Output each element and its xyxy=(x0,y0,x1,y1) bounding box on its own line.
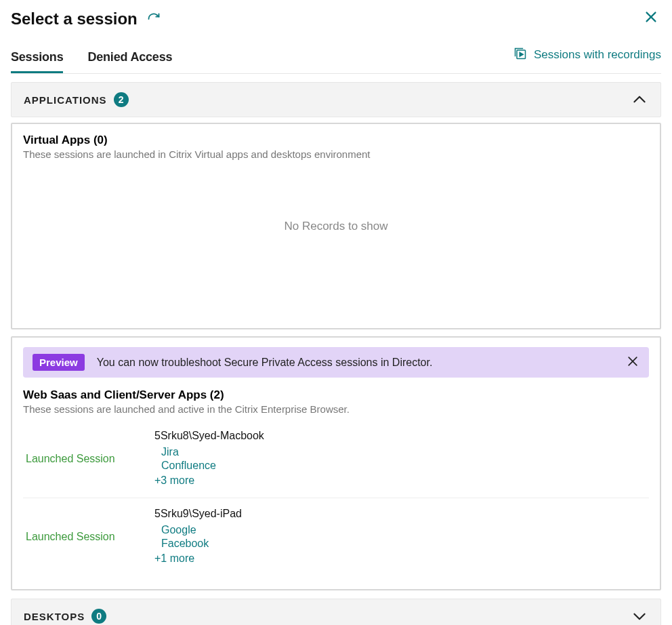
applications-count-badge: 2 xyxy=(114,92,129,107)
tab-sessions[interactable]: Sessions xyxy=(11,43,63,73)
virtual-apps-empty-message: No Records to show xyxy=(23,165,649,315)
preview-pill: Preview xyxy=(33,354,85,371)
virtual-apps-card: Virtual Apps (0) These sessions are laun… xyxy=(11,123,661,329)
svg-marker-3 xyxy=(520,52,523,56)
session-device: 5Srku8\Syed-Macbook xyxy=(154,430,646,442)
applications-accordion-header[interactable]: APPLICATIONS 2 xyxy=(11,82,661,117)
preview-banner-text: You can now troubleshoot Secure Private … xyxy=(97,357,433,369)
preview-banner: Preview You can now troubleshoot Secure … xyxy=(23,347,649,378)
recordings-link-label: Sessions with recordings xyxy=(534,48,661,62)
app-link[interactable]: Google xyxy=(161,524,646,536)
chevron-down-icon xyxy=(631,607,648,625)
web-saas-card: Preview You can now troubleshoot Secure … xyxy=(11,336,661,590)
session-status: Launched Session xyxy=(26,430,154,487)
virtual-apps-title: Virtual Apps (0) xyxy=(23,134,649,147)
chevron-up-icon xyxy=(631,91,648,108)
tabs-bar: Sessions Denied Access Sessions with rec… xyxy=(11,43,661,74)
play-collection-icon xyxy=(513,47,527,64)
app-link[interactable]: Jira xyxy=(161,446,646,458)
refresh-icon[interactable] xyxy=(147,12,161,26)
virtual-apps-subtitle: These sessions are launched in Citrix Vi… xyxy=(23,148,649,160)
preview-close-icon[interactable] xyxy=(626,355,639,371)
session-row[interactable]: Launched Session 5Srku8\Syed-Macbook Jir… xyxy=(23,420,649,498)
sessions-with-recordings-link[interactable]: Sessions with recordings xyxy=(513,47,661,70)
more-apps-link[interactable]: +3 more xyxy=(154,475,646,487)
web-saas-title: Web Saas and Client/Server Apps (2) xyxy=(23,388,649,402)
web-saas-subtitle: These sessions are launched and active i… xyxy=(23,403,649,415)
desktops-label: DESKTOPS xyxy=(24,611,85,622)
close-icon[interactable] xyxy=(644,9,658,27)
applications-label: APPLICATIONS xyxy=(24,94,107,106)
tab-denied-access[interactable]: Denied Access xyxy=(87,43,172,73)
session-status: Launched Session xyxy=(26,508,154,565)
more-apps-link[interactable]: +1 more xyxy=(154,552,646,565)
desktops-accordion-header[interactable]: DESKTOPS 0 xyxy=(11,599,661,625)
session-device: 5Srku9\Syed-iPad xyxy=(154,508,646,520)
session-row[interactable]: Launched Session 5Srku9\Syed-iPad Google… xyxy=(23,498,649,576)
app-link[interactable]: Facebook xyxy=(161,538,646,550)
app-link[interactable]: Confluence xyxy=(161,460,646,472)
page-title: Select a session xyxy=(11,9,138,28)
desktops-count-badge: 0 xyxy=(91,609,106,624)
